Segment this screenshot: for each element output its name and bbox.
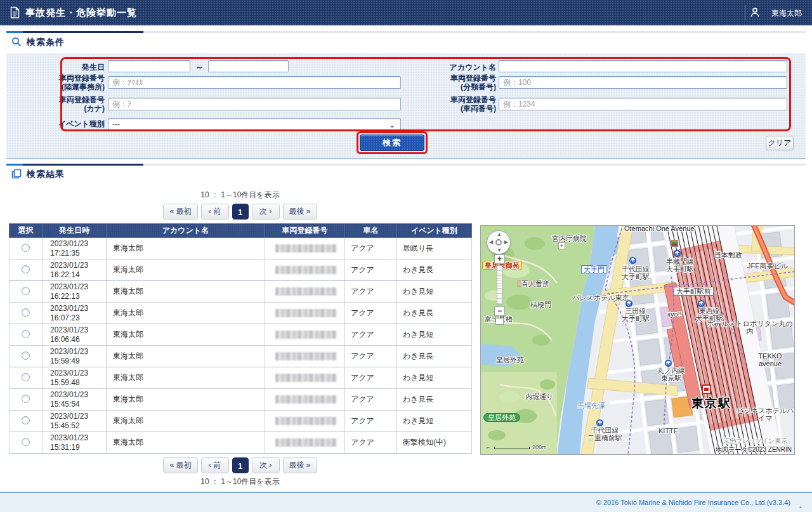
account-label: アカウント名 [395,63,496,72]
metro-station-icon: M [629,257,636,264]
event-type-label: イベント種別 [29,119,105,128]
scale-label: 200m [532,444,547,450]
row-radio[interactable] [22,308,30,317]
results-table: 選択 発生日時 アカウント名 車両登録番号 車名 イベント種別 2023/01/… [9,223,472,454]
clear-button[interactable]: クリア [766,136,794,150]
col-select: 選択 [10,224,43,238]
reg-office-input[interactable] [108,76,401,89]
map-attribution: 地図データ©2023 ZENRIN [716,446,792,454]
next-page-button[interactable]: 次 › [252,204,280,220]
account-input[interactable] [499,60,787,72]
col-car: 車名 [345,224,397,238]
up-arrow-icon: ▲ [799,504,803,509]
row-radio[interactable] [22,265,30,273]
row-radio[interactable] [22,287,30,295]
map-label: 大手町駅前 [674,287,714,296]
map-label: 東京駅 [691,400,731,407]
col-account: アカウント名 [107,224,265,238]
table-row: 2023/01/2315:31:19 東海太郎 アクア 衝撃検知(中) [10,432,472,454]
next-page-button[interactable]: 次 › [252,457,280,473]
row-radio[interactable] [22,330,30,338]
divider [6,158,806,159]
pan-left-icon[interactable]: ◀ [489,239,493,245]
map-label: 千代田線 大手町駅 [622,265,650,280]
result-count-bottom: 10 ： 1～10件目を表示 [9,476,471,487]
vehicle-registration-masked [275,395,337,404]
date-label: 発生日 [29,63,105,72]
col-event: イベント種別 [397,224,472,238]
vehicle-registration-masked [275,287,337,296]
result-count-top: 10 ： 1～10件目を表示 [9,190,471,200]
map-label: iiyo!! [667,310,682,318]
map-label: 半蔵門線 大手町駅 [666,258,694,273]
map-pan-control[interactable]: ▲ ▼ ◀ ▶ [487,230,511,254]
map-label: 日本郵政 [714,251,742,259]
north-angle-icon: ⌐ [487,444,490,450]
vehicle-registration-masked [275,309,337,317]
row-radio[interactable] [22,395,30,403]
first-page-button[interactable]: « 最初 [163,204,197,220]
row-radio[interactable] [22,416,30,424]
map-streetview-control[interactable] [495,318,504,325]
scroll-top-button[interactable]: ▲ [797,499,804,511]
date-from-input[interactable] [108,60,190,72]
map-label: 宮内庁病院 [552,235,587,242]
last-page-button[interactable]: 最後 » [283,457,317,473]
reg-kana-input[interactable] [108,98,401,110]
map-label: 馬場先濠 [577,402,605,409]
map-zoom-slider[interactable] [497,265,502,305]
chevron-down-icon: ⌄ [389,121,395,129]
current-page: 1 [232,457,249,473]
user-name[interactable]: 東海太郎 [771,8,802,19]
hospital-icon: + [558,242,565,249]
reg-number-input[interactable] [499,98,787,110]
convenience-store-icon [671,240,678,247]
search-button-annotation: 検索 [357,131,428,154]
top-bar: 事故発生・危険挙動一覧 東海太郎 [0,0,812,25]
last-page-button[interactable]: 最後 » [283,204,317,220]
vehicle-registration-masked [275,352,337,360]
map-scale-bar: ⌐ 200m [487,443,541,450]
reg-class-input[interactable] [499,76,787,89]
search-button[interactable]: 検索 [360,135,424,151]
footer: © 2016 Tokio Marine & Nichido Fire Insur… [0,493,812,512]
map-label: Otemachi One Avenue [624,225,694,232]
row-radio[interactable] [22,351,30,360]
pagination-bottom: « 最初 ‹ 前 1 次 › 最後 » [9,457,471,473]
vehicle-registration-masked [275,266,337,274]
row-radio[interactable] [22,244,30,252]
pan-right-icon[interactable]: ▶ [504,239,508,245]
metro-station-icon: M [698,300,705,307]
first-page-button[interactable]: « 最初 [163,457,197,473]
table-row: 2023/01/2316:06:46 東海太郎 アクア わき見短 [10,324,472,346]
table-row: 2023/01/2315:45:52 東海太郎 アクア わき見短 [10,410,472,432]
page-title: 事故発生・危険挙動一覧 [25,7,137,19]
map[interactable]: Otemachi One Avenue 宮内庁病院 皇居東御苑 大手門 千代田線… [480,225,795,455]
search-section-rule [6,31,806,33]
row-radio[interactable] [22,438,30,446]
event-type-select[interactable]: --- ⌄ [108,118,401,131]
row-radio[interactable] [22,373,30,381]
pan-up-icon[interactable]: ▲ [497,232,502,237]
pagination-top: « 最初 ‹ 前 1 次 › 最後 » [9,204,471,220]
map-label: 百人番所 [521,280,549,287]
date-to-input[interactable] [208,60,289,72]
pan-down-icon[interactable]: ▼ [497,247,502,253]
metro-station-icon: M [674,250,681,257]
results-section-rule [6,164,806,166]
search-icon [11,37,22,49]
vehicle-registration-masked [275,417,337,425]
vehicle-registration-masked [275,374,337,382]
table-row: 2023/01/2317:21:35 東海太郎 アクア 居眠り長 [10,238,472,259]
pan-center-icon [495,239,502,246]
col-registration: 車両登録番号 [265,224,345,238]
col-datetime: 発生日時 [43,224,107,238]
map-zoom-out-button[interactable]: − [494,306,505,316]
table-row: 2023/01/2315:59:49 東海太郎 アクア わき見長 [10,346,472,367]
current-page: 1 [232,204,249,220]
prev-page-button[interactable]: ‹ 前 [201,204,229,220]
map-zoom-in-button[interactable]: + [494,254,505,264]
reg-class-label: 車両登録番号 (分類番号) [395,74,496,91]
map-label: ホテルメトロポリタン丸の内 [705,320,794,335]
prev-page-button[interactable]: ‹ 前 [201,457,229,473]
